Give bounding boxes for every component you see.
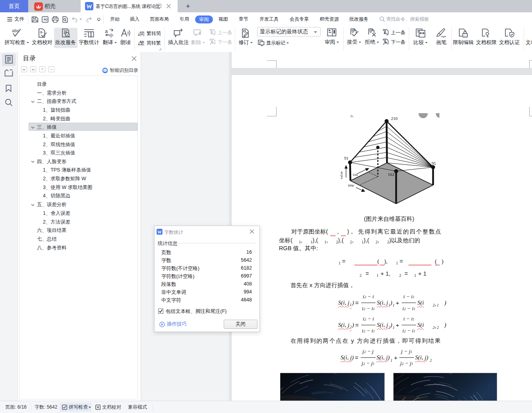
svg-text:中: 中 (109, 33, 114, 38)
svg-text:95: 95 (431, 161, 436, 166)
svg-text:91: 91 (344, 156, 348, 160)
svg-text:col: col (353, 172, 358, 177)
svg-text:value: value (339, 172, 343, 179)
svg-text:简: 简 (139, 31, 145, 37)
svg-text:a: a (105, 28, 108, 34)
svg-text:row: row (348, 183, 354, 187)
svg-text:繁: 繁 (139, 40, 145, 46)
svg-text:210: 210 (391, 116, 398, 121)
svg-text:a-: a- (40, 30, 44, 34)
svg-text:162: 162 (388, 172, 395, 177)
svg-text:o.: o. (350, 113, 354, 118)
